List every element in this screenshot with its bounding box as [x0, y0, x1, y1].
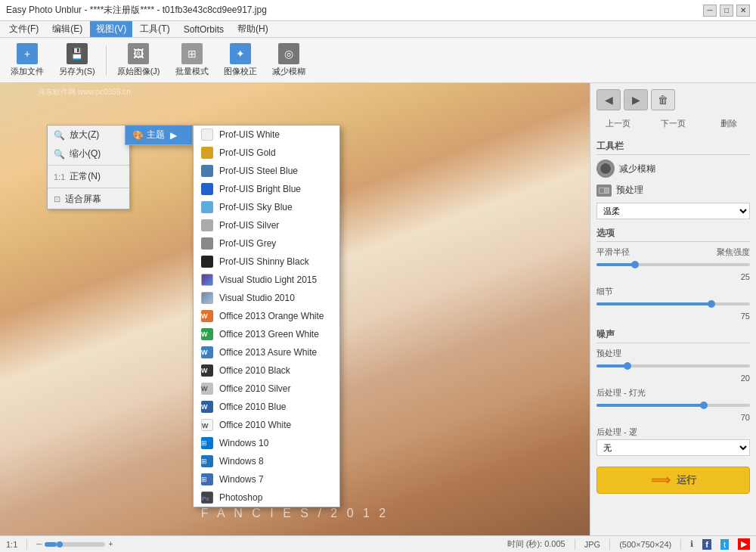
theme-office-2010-silver[interactable]: W Office 2010 Silver	[194, 380, 339, 398]
run-button[interactable]: ⟹ 运行	[596, 467, 750, 494]
original-image-button[interactable]: 🖼 原始图像(J)	[113, 40, 165, 80]
theme-office-2013-orange[interactable]: W Office 2013 Orange White	[194, 307, 339, 325]
theme-office-2010-white[interactable]: W Office 2010 White	[194, 416, 339, 434]
selection-section-title: 选项	[596, 227, 750, 242]
theme-color-office-2013-azure: W	[201, 346, 213, 358]
theme-label-prof-uis-gold: Prof-UIS Gold	[219, 147, 276, 158]
theme-office-2010-black[interactable]: W Office 2010 Black	[194, 361, 339, 380]
theme-prof-uis-sky-blue[interactable]: Prof-UIS Sky Blue	[194, 198, 339, 216]
image-correct-button[interactable]: ✦ 图像校正	[219, 40, 262, 80]
theme-prof-uis-grey[interactable]: Prof-UIS Grey	[194, 234, 339, 253]
theme-label-prof-uis-sky-blue: Prof-UIS Sky Blue	[219, 202, 293, 212]
postprocess-edge-labels: 后处理 - 逻	[596, 426, 750, 438]
zoom-out-item[interactable]: 🔍 缩小(Q)	[48, 144, 129, 163]
theme-prof-uis-steel-blue[interactable]: Prof-UIS Steel Blue	[194, 162, 339, 180]
radius-slider-labels: 平滑半径 聚焦强度	[596, 247, 750, 258]
noise-postprocess-thumb[interactable]	[700, 402, 708, 409]
theme-label: 主题	[147, 129, 165, 141]
menu-softorbits[interactable]: SoftOrbits	[178, 23, 230, 36]
noise-preprocess-fill	[596, 364, 627, 367]
batch-label: 批量模式	[175, 66, 209, 77]
menu-file[interactable]: 文件(F)	[3, 21, 45, 37]
menu-view[interactable]: 视图(V)	[90, 21, 132, 37]
original-icon: 🖼	[128, 43, 149, 64]
reduce-blur-toolbar-button[interactable]: ◎ 减少模糊	[268, 40, 310, 80]
theme-menu-item[interactable]: 🎨 主题 ▶	[125, 126, 192, 144]
theme-office-2010-blue[interactable]: W Office 2010 Blue	[194, 398, 339, 416]
menu-tools[interactable]: 工具(T)	[134, 21, 175, 37]
theme-photoshop[interactable]: Ps Photoshop	[194, 488, 339, 507]
reduce-icon: ◎	[278, 43, 299, 64]
status-sep-1	[26, 539, 27, 550]
zoom-separator	[48, 165, 129, 166]
theme-office-2013-green[interactable]: W Office 2013 Green White	[194, 325, 339, 343]
theme-label-prof-uis-silver: Prof-UIS Silver	[219, 220, 279, 231]
menu-edit[interactable]: 编辑(E)	[46, 21, 88, 37]
theme-prof-uis-silver[interactable]: Prof-UIS Silver	[194, 216, 339, 234]
theme-label-photoshop: Photoshop	[219, 492, 262, 503]
save-as-button[interactable]: 💾 另存为(S)	[54, 40, 100, 80]
zoom-minus-icon: ─	[36, 540, 42, 548]
detail-slider-container[interactable]	[596, 299, 750, 309]
theme-label-office-2010-white: Office 2010 White	[219, 420, 291, 430]
noise-preprocess-value: 20	[596, 374, 750, 383]
theme-label-office-2013-orange: Office 2013 Orange White	[219, 311, 324, 321]
detail-value: 75	[596, 312, 750, 321]
maximize-button[interactable]: □	[720, 5, 733, 17]
theme-prof-uis-gold[interactable]: Prof-UIS Gold	[194, 144, 339, 162]
batch-mode-button[interactable]: ⊞ 批量模式	[171, 40, 213, 80]
noise-preprocess-slider-container[interactable]	[596, 361, 750, 371]
batch-icon: ⊞	[181, 43, 203, 64]
close-button[interactable]: ✕	[736, 5, 750, 17]
zoom-in-item[interactable]: 🔍 放大(Z)	[48, 126, 129, 144]
theme-prof-uis-white[interactable]: Prof-UIS White	[194, 126, 339, 144]
zoom-slider-thumb[interactable]	[57, 541, 63, 547]
dimensions-status: (500×750×24)	[619, 540, 671, 549]
theme-windows-10[interactable]: ⊞ Windows 10	[194, 434, 339, 452]
theme-color-photoshop: Ps	[201, 492, 213, 504]
theme-vs-light-2015[interactable]: Visual Studio Light 2015	[194, 271, 339, 289]
minimize-button[interactable]: ─	[703, 5, 717, 17]
theme-color-windows-10: ⊞	[201, 437, 213, 449]
save-label: 另存为(S)	[59, 66, 95, 77]
postprocess-edge-row: 后处理 - 逻 无	[596, 426, 750, 456]
theme-color-vs-2010	[201, 292, 213, 304]
detail-slider-thumb[interactable]	[708, 300, 715, 308]
zoom-context-menu: 🔍 放大(Z) 🔍 缩小(Q) 1:1 正常(N) ⊡ 适合屏幕	[47, 125, 130, 209]
theme-office-2013-azure[interactable]: W Office 2013 Asure White	[194, 343, 339, 361]
theme-color-prof-uis-sky-blue	[201, 201, 213, 213]
theme-color-prof-uis-steel-blue	[201, 165, 213, 177]
zoom-normal-item[interactable]: 1:1 正常(N)	[48, 167, 129, 186]
main-content: F A N C I E S / 2 0 1 2 河东软件网 www.pc0359…	[0, 83, 756, 535]
theme-windows-7[interactable]: ⊞ Windows 7	[194, 470, 339, 488]
menu-help[interactable]: 帮助(H)	[231, 21, 274, 37]
title-bar: Easy Photo Unblur - ****未注册版**** - t01fb…	[0, 0, 756, 21]
theme-windows-8[interactable]: ⊞ Windows 8	[194, 452, 339, 470]
facebook-icon[interactable]: f	[702, 539, 711, 550]
twitter-icon[interactable]: t	[720, 539, 729, 550]
noise-postprocess-slider-container[interactable]	[596, 400, 750, 411]
blur-type-select[interactable]: 温柔	[596, 203, 750, 219]
prev-button[interactable]: ◀	[596, 89, 621, 110]
postprocess-edge-select[interactable]: 无	[596, 439, 750, 456]
radius-slider-thumb[interactable]	[631, 261, 639, 268]
run-arrow-icon: ⟹	[651, 472, 671, 488]
next-button[interactable]: ▶	[624, 89, 648, 110]
zoom-slider[interactable]	[45, 542, 105, 547]
info-icon[interactable]: ℹ	[690, 539, 693, 549]
noise-preprocess-thumb[interactable]	[624, 362, 631, 370]
zoom-normal-label: 正常(N)	[70, 170, 101, 183]
theme-prof-uis-shinny-black[interactable]: Prof-UIS Shinny Black	[194, 253, 339, 271]
zoom-slider-fill	[45, 542, 57, 547]
delete-button[interactable]: 🗑	[651, 89, 675, 110]
nav-buttons: ◀ ▶ 🗑	[596, 89, 750, 110]
menu-bar: 文件(F) 编辑(E) 视图(V) 工具(T) SoftOrbits 帮助(H)	[0, 21, 756, 38]
radius-slider-container[interactable]	[596, 259, 750, 270]
theme-prof-uis-bright-blue[interactable]: Prof-UIS Bright Blue	[194, 180, 339, 198]
theme-vs-2010[interactable]: Visual Studio 2010	[194, 289, 339, 307]
youtube-icon[interactable]: ▶	[738, 538, 750, 550]
theme-label-vs-2010: Visual Studio 2010	[219, 293, 295, 303]
reduce-blur-row: 减少模糊	[596, 160, 750, 178]
add-file-button[interactable]: + 添加文件	[6, 40, 48, 80]
zoom-fit-item[interactable]: ⊡ 适合屏幕	[48, 190, 129, 209]
